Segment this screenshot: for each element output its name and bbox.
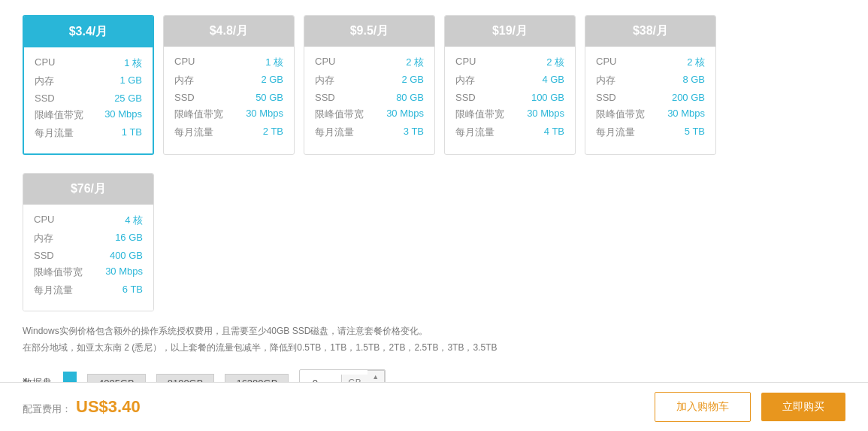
plan-card-1[interactable]: $3.4/月CPU1 核内存1 GBSSD25 GB限峰值带宽30 Mbps每月… bbox=[23, 15, 154, 155]
plan-spec-row: SSD80 GB bbox=[315, 92, 424, 103]
plan-spec-row: SSD25 GB bbox=[35, 93, 142, 104]
note-line2: 在部分地域，如亚太东南 2 (悉尼），以上套餐的流量包减半，降低到0.5TB，1… bbox=[23, 340, 845, 357]
plan-spec-row: 每月流量6 TB bbox=[34, 284, 143, 297]
spec-label: 内存 bbox=[174, 74, 194, 87]
spec-label: CPU bbox=[35, 56, 55, 70]
plan-spec-row: 限峰值带宽30 Mbps bbox=[455, 108, 564, 121]
plan-spec-row: 每月流量4 TB bbox=[455, 126, 564, 139]
spec-label: CPU bbox=[34, 214, 54, 227]
spec-value: 30 Mbps bbox=[667, 108, 705, 121]
plan-spec-row: SSD100 GB bbox=[455, 92, 564, 103]
spec-label: 内存 bbox=[34, 232, 53, 245]
plan-card-3[interactable]: $9.5/月CPU2 核内存2 GBSSD80 GB限峰值带宽30 Mbps每月… bbox=[304, 15, 435, 155]
footer-label: 配置费用： bbox=[23, 402, 71, 416]
plans-grid: $3.4/月CPU1 核内存1 GBSSD25 GB限峰值带宽30 Mbps每月… bbox=[23, 15, 845, 311]
spec-value: 400 GB bbox=[110, 250, 143, 261]
footer-buttons: 加入购物车 立即购买 bbox=[655, 392, 845, 422]
plan-spec-row: 每月流量1 TB bbox=[35, 126, 142, 140]
plan-spec-row: SSD400 GB bbox=[34, 250, 143, 261]
plan-spec-row: 限峰值带宽30 Mbps bbox=[35, 108, 142, 122]
spec-label: SSD bbox=[455, 92, 476, 103]
spec-value: 2 GB bbox=[401, 74, 424, 87]
spec-value: 30 Mbps bbox=[386, 108, 424, 121]
plan-spec-row: SSD200 GB bbox=[596, 92, 705, 103]
plan-spec-row: 限峰值带宽30 Mbps bbox=[596, 108, 705, 121]
plans-row-1: $3.4/月CPU1 核内存1 GBSSD25 GB限峰值带宽30 Mbps每月… bbox=[23, 15, 716, 155]
plan-spec-row: 内存2 GB bbox=[315, 74, 424, 87]
plan-body-1: CPU1 核内存1 GBSSD25 GB限峰值带宽30 Mbps每月流量1 TB bbox=[24, 47, 153, 153]
spec-value: 16 GB bbox=[115, 232, 143, 245]
spec-label: CPU bbox=[596, 56, 616, 69]
spec-value: 2 TB bbox=[263, 126, 283, 139]
note-line1: Windows实例价格包含额外的操作系统授权费用，且需要至少40GB SSD磁盘… bbox=[23, 323, 845, 340]
footer-price: US$3.40 bbox=[76, 397, 141, 417]
spec-value: 8 GB bbox=[682, 74, 705, 87]
spec-label: 每月流量 bbox=[35, 126, 74, 140]
spec-value: 4 TB bbox=[544, 126, 564, 139]
spec-value: 2 核 bbox=[687, 56, 705, 69]
spec-label: 每月流量 bbox=[315, 126, 354, 139]
plan-price-5: $38/月 bbox=[585, 16, 715, 47]
plan-spec-row: CPU4 核 bbox=[34, 214, 143, 227]
plan-spec-row: 每月流量5 TB bbox=[596, 126, 705, 139]
spec-value: 200 GB bbox=[672, 92, 705, 103]
spec-value: 50 GB bbox=[256, 92, 283, 103]
plan-price-3: $9.5/月 bbox=[304, 16, 434, 47]
spec-label: CPU bbox=[174, 56, 195, 69]
spec-value: 100 GB bbox=[531, 92, 564, 103]
spec-value: 2 GB bbox=[261, 74, 283, 87]
notes-section: Windows实例价格包含额外的操作系统授权费用，且需要至少40GB SSD磁盘… bbox=[23, 323, 845, 356]
plan-spec-row: CPU1 核 bbox=[174, 56, 283, 69]
spec-label: 每月流量 bbox=[455, 126, 494, 139]
plan-spec-row: 内存8 GB bbox=[596, 74, 705, 87]
plan-spec-row: CPU2 核 bbox=[315, 56, 424, 69]
spec-label: 内存 bbox=[315, 74, 334, 87]
spec-label: 限峰值带宽 bbox=[596, 108, 645, 121]
spec-value: 30 Mbps bbox=[105, 266, 143, 279]
plan-spec-row: CPU2 核 bbox=[455, 56, 564, 69]
spec-label: CPU bbox=[315, 56, 335, 69]
spec-value: 3 TB bbox=[404, 126, 424, 139]
add-to-cart-button[interactable]: 加入购物车 bbox=[655, 392, 751, 422]
spec-label: 每月流量 bbox=[34, 284, 73, 297]
spec-value: 30 Mbps bbox=[104, 108, 142, 122]
plan-spec-row: 内存2 GB bbox=[174, 74, 283, 87]
plan-price-2: $4.8/月 bbox=[164, 16, 294, 47]
footer-left: 配置费用： US$3.40 bbox=[23, 397, 141, 417]
plan-spec-row: 内存4 GB bbox=[455, 74, 564, 87]
spec-value: 4 GB bbox=[542, 74, 564, 87]
spec-value: 2 核 bbox=[546, 56, 564, 69]
spec-value: 1 核 bbox=[124, 56, 142, 70]
plan-card-6[interactable]: $76/月CPU4 核内存16 GBSSD400 GB限峰值带宽30 Mbps每… bbox=[23, 173, 154, 311]
plans-row-2: $76/月CPU4 核内存16 GBSSD400 GB限峰值带宽30 Mbps每… bbox=[23, 173, 154, 311]
spec-value: 5 TB bbox=[685, 126, 705, 139]
plan-spec-row: 内存1 GB bbox=[35, 74, 142, 88]
spec-value: 25 GB bbox=[114, 93, 142, 104]
plan-price-4: $19/月 bbox=[445, 16, 575, 47]
plan-card-2[interactable]: $4.8/月CPU1 核内存2 GBSSD50 GB限峰值带宽30 Mbps每月… bbox=[163, 15, 295, 155]
spec-value: 2 核 bbox=[406, 56, 424, 69]
spec-label: 内存 bbox=[596, 74, 615, 87]
plan-spec-row: 内存16 GB bbox=[34, 232, 143, 245]
plan-spec-row: 限峰值带宽30 Mbps bbox=[34, 266, 143, 279]
buy-now-button[interactable]: 立即购买 bbox=[761, 393, 845, 421]
plan-card-4[interactable]: $19/月CPU2 核内存4 GBSSD100 GB限峰值带宽30 Mbps每月… bbox=[444, 15, 576, 155]
spec-label: 限峰值带宽 bbox=[174, 108, 223, 121]
plan-body-6: CPU4 核内存16 GBSSD400 GB限峰值带宽30 Mbps每月流量6 … bbox=[23, 205, 153, 311]
plan-body-4: CPU2 核内存4 GBSSD100 GB限峰值带宽30 Mbps每月流量4 T… bbox=[445, 47, 575, 153]
spec-value: 4 核 bbox=[125, 214, 143, 227]
plan-price-6: $76/月 bbox=[23, 174, 153, 205]
plan-card-5[interactable]: $38/月CPU2 核内存8 GBSSD200 GB限峰值带宽30 Mbps每月… bbox=[585, 15, 716, 155]
spec-label: 限峰值带宽 bbox=[315, 108, 364, 121]
footer-bar: 配置费用： US$3.40 加入购物车 立即购买 bbox=[0, 382, 868, 431]
spec-label: 每月流量 bbox=[174, 126, 213, 139]
spec-label: SSD bbox=[34, 250, 54, 261]
plan-spec-row: 限峰值带宽30 Mbps bbox=[315, 108, 424, 121]
spinner-up[interactable]: ▲ bbox=[367, 371, 384, 383]
spec-label: SSD bbox=[35, 93, 55, 104]
spec-value: 1 GB bbox=[119, 74, 142, 88]
plan-spec-row: CPU1 核 bbox=[35, 56, 142, 70]
plan-spec-row: 限峰值带宽30 Mbps bbox=[174, 108, 283, 121]
spec-label: 内存 bbox=[455, 74, 475, 87]
plan-spec-row: 每月流量2 TB bbox=[174, 126, 283, 139]
